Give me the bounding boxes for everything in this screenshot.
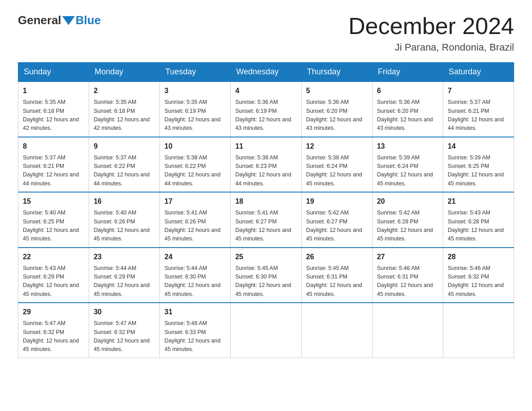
calendar-cell: 26 Sunrise: 5:45 AM Sunset: 6:31 PM Dayl… [301, 248, 372, 303]
day-info: Sunrise: 5:37 AM Sunset: 6:22 PM Dayligh… [94, 154, 155, 188]
day-info: Sunrise: 5:40 AM Sunset: 6:26 PM Dayligh… [94, 209, 155, 244]
day-info: Sunrise: 5:47 AM Sunset: 6:32 PM Dayligh… [94, 319, 155, 354]
calendar-cell: 19 Sunrise: 5:42 AM Sunset: 6:27 PM Dayl… [301, 192, 372, 248]
day-number: 28 [448, 252, 509, 262]
day-number: 16 [94, 196, 155, 207]
week-row: 22 Sunrise: 5:43 AM Sunset: 6:29 PM Dayl… [18, 248, 514, 303]
calendar-cell: 7 Sunrise: 5:37 AM Sunset: 6:21 PM Dayli… [443, 81, 514, 137]
day-of-week-header: Sunday [18, 63, 89, 82]
day-number: 19 [306, 196, 368, 207]
week-row: 1 Sunrise: 5:35 AM Sunset: 6:18 PM Dayli… [18, 81, 514, 137]
calendar-cell: 31 Sunrise: 5:48 AM Sunset: 6:33 PM Dayl… [160, 303, 231, 358]
day-info: Sunrise: 5:45 AM Sunset: 6:30 PM Dayligh… [235, 264, 296, 299]
day-info: Sunrise: 5:42 AM Sunset: 6:28 PM Dayligh… [377, 209, 438, 244]
day-info: Sunrise: 5:44 AM Sunset: 6:30 PM Dayligh… [164, 264, 226, 299]
day-of-week-header: Monday [89, 63, 160, 82]
calendar-cell: 10 Sunrise: 5:38 AM Sunset: 6:22 PM Dayl… [160, 137, 231, 193]
day-number: 17 [164, 196, 226, 207]
day-number: 12 [306, 141, 368, 152]
day-info: Sunrise: 5:35 AM Sunset: 6:18 PM Dayligh… [23, 98, 84, 133]
day-of-week-header: Wednesday [231, 63, 301, 82]
logo-blue-text: Blue [76, 13, 101, 27]
day-info: Sunrise: 5:41 AM Sunset: 6:27 PM Dayligh… [235, 209, 296, 244]
day-info: Sunrise: 5:43 AM Sunset: 6:28 PM Dayligh… [448, 209, 509, 244]
day-number: 24 [164, 252, 226, 262]
calendar-cell: 18 Sunrise: 5:41 AM Sunset: 6:27 PM Dayl… [231, 192, 301, 248]
calendar-cell: 25 Sunrise: 5:45 AM Sunset: 6:30 PM Dayl… [231, 248, 301, 303]
calendar-cell: 1 Sunrise: 5:35 AM Sunset: 6:18 PM Dayli… [18, 81, 89, 137]
day-number: 22 [23, 252, 84, 262]
calendar-cell [231, 303, 301, 358]
day-number: 31 [164, 307, 226, 317]
day-number: 29 [23, 307, 84, 317]
day-info: Sunrise: 5:43 AM Sunset: 6:29 PM Dayligh… [23, 264, 84, 299]
day-info: Sunrise: 5:45 AM Sunset: 6:31 PM Dayligh… [306, 264, 368, 299]
calendar-cell: 9 Sunrise: 5:37 AM Sunset: 6:22 PM Dayli… [89, 137, 160, 193]
calendar-cell: 17 Sunrise: 5:41 AM Sunset: 6:26 PM Dayl… [160, 192, 231, 248]
day-number: 23 [94, 252, 155, 262]
week-row: 8 Sunrise: 5:37 AM Sunset: 6:21 PM Dayli… [18, 137, 514, 193]
calendar-cell: 4 Sunrise: 5:36 AM Sunset: 6:19 PM Dayli… [231, 81, 301, 137]
calendar-cell [443, 303, 514, 358]
calendar-cell: 14 Sunrise: 5:39 AM Sunset: 6:25 PM Dayl… [443, 137, 514, 193]
logo: General Blue [18, 13, 101, 27]
days-of-week-row: SundayMondayTuesdayWednesdayThursdayFrid… [18, 63, 514, 82]
day-info: Sunrise: 5:46 AM Sunset: 6:31 PM Dayligh… [377, 264, 438, 299]
day-info: Sunrise: 5:44 AM Sunset: 6:29 PM Dayligh… [94, 264, 155, 299]
day-info: Sunrise: 5:46 AM Sunset: 6:32 PM Dayligh… [448, 264, 509, 299]
calendar-cell: 11 Sunrise: 5:38 AM Sunset: 6:23 PM Dayl… [231, 137, 301, 193]
calendar-cell: 21 Sunrise: 5:43 AM Sunset: 6:28 PM Dayl… [443, 192, 514, 248]
logo-triangle-icon [62, 16, 75, 25]
day-info: Sunrise: 5:41 AM Sunset: 6:26 PM Dayligh… [164, 209, 226, 244]
month-title: December 2024 [348, 13, 514, 39]
day-number: 4 [235, 86, 296, 96]
day-info: Sunrise: 5:36 AM Sunset: 6:20 PM Dayligh… [306, 98, 368, 133]
day-info: Sunrise: 5:38 AM Sunset: 6:22 PM Dayligh… [164, 154, 226, 188]
calendar-cell: 22 Sunrise: 5:43 AM Sunset: 6:29 PM Dayl… [18, 248, 89, 303]
calendar-cell: 13 Sunrise: 5:39 AM Sunset: 6:24 PM Dayl… [372, 137, 443, 193]
day-info: Sunrise: 5:35 AM Sunset: 6:18 PM Dayligh… [94, 98, 155, 133]
day-info: Sunrise: 5:35 AM Sunset: 6:19 PM Dayligh… [164, 98, 226, 133]
day-number: 30 [94, 307, 155, 317]
day-number: 3 [164, 86, 226, 96]
day-of-week-header: Saturday [443, 63, 514, 82]
day-info: Sunrise: 5:36 AM Sunset: 6:20 PM Dayligh… [377, 98, 438, 133]
calendar-cell: 8 Sunrise: 5:37 AM Sunset: 6:21 PM Dayli… [18, 137, 89, 193]
day-info: Sunrise: 5:48 AM Sunset: 6:33 PM Dayligh… [164, 319, 226, 354]
day-number: 11 [235, 141, 296, 152]
day-number: 14 [448, 141, 509, 152]
day-info: Sunrise: 5:38 AM Sunset: 6:24 PM Dayligh… [306, 154, 368, 188]
day-number: 21 [448, 196, 509, 207]
day-number: 15 [23, 196, 84, 207]
day-info: Sunrise: 5:39 AM Sunset: 6:25 PM Dayligh… [448, 154, 509, 188]
day-of-week-header: Thursday [301, 63, 372, 82]
calendar-cell: 3 Sunrise: 5:35 AM Sunset: 6:19 PM Dayli… [160, 81, 231, 137]
calendar-cell: 30 Sunrise: 5:47 AM Sunset: 6:32 PM Dayl… [89, 303, 160, 358]
day-number: 7 [448, 86, 509, 96]
calendar-cell: 5 Sunrise: 5:36 AM Sunset: 6:20 PM Dayli… [301, 81, 372, 137]
calendar-cell: 6 Sunrise: 5:36 AM Sunset: 6:20 PM Dayli… [372, 81, 443, 137]
day-number: 9 [94, 141, 155, 152]
calendar-cell: 12 Sunrise: 5:38 AM Sunset: 6:24 PM Dayl… [301, 137, 372, 193]
week-row: 29 Sunrise: 5:47 AM Sunset: 6:32 PM Dayl… [18, 303, 514, 358]
calendar-table: SundayMondayTuesdayWednesdayThursdayFrid… [18, 62, 514, 358]
day-info: Sunrise: 5:42 AM Sunset: 6:27 PM Dayligh… [306, 209, 368, 244]
calendar-cell: 24 Sunrise: 5:44 AM Sunset: 6:30 PM Dayl… [160, 248, 231, 303]
location-title: Ji Parana, Rondonia, Brazil [348, 42, 514, 53]
day-info: Sunrise: 5:37 AM Sunset: 6:21 PM Dayligh… [448, 98, 509, 133]
calendar-cell: 16 Sunrise: 5:40 AM Sunset: 6:26 PM Dayl… [89, 192, 160, 248]
calendar-cell: 27 Sunrise: 5:46 AM Sunset: 6:31 PM Dayl… [372, 248, 443, 303]
day-number: 5 [306, 86, 368, 96]
page-header: General Blue December 2024 Ji Parana, Ro… [18, 13, 514, 53]
day-number: 2 [94, 86, 155, 96]
calendar-cell: 15 Sunrise: 5:40 AM Sunset: 6:25 PM Dayl… [18, 192, 89, 248]
day-number: 18 [235, 196, 296, 207]
day-number: 20 [377, 196, 438, 207]
day-of-week-header: Tuesday [160, 63, 231, 82]
day-info: Sunrise: 5:38 AM Sunset: 6:23 PM Dayligh… [235, 154, 296, 188]
day-info: Sunrise: 5:37 AM Sunset: 6:21 PM Dayligh… [23, 154, 84, 188]
calendar-cell: 29 Sunrise: 5:47 AM Sunset: 6:32 PM Dayl… [18, 303, 89, 358]
day-number: 26 [306, 252, 368, 262]
logo-general-text: General [18, 13, 61, 27]
day-number: 10 [164, 141, 226, 152]
